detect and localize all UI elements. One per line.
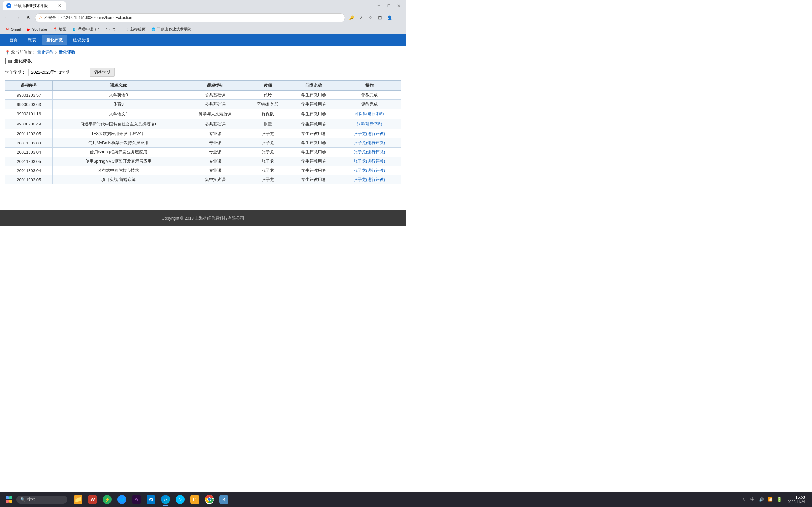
bilibili-icon: B [72,27,77,32]
table-row: 20011703.05使用SpringMVC框架开发表示层应用专业课张子龙学生评… [5,157,401,166]
splitscreen-icon[interactable]: ⊡ [375,13,385,22]
teacher-cell: 张子龙 [246,157,290,166]
teacher-cell: 张子龙 [246,166,290,175]
evaluate-link[interactable]: 张子龙(进行评教) [354,131,386,136]
address-bar[interactable]: ⚠ 不安全 | 42.247.49.151:9080/eams/homeExt.… [35,13,345,22]
action-cell[interactable]: 张子龙(进行评教) [338,157,401,166]
tab-close-button[interactable]: ✕ [57,3,62,8]
questionnaire-cell: 学生评教用卷 [290,129,338,138]
course-name-cell: 项目实战-前端众筹 [53,175,184,184]
bookmark-newtab[interactable]: ◇ 新标签页 [122,25,148,33]
close-button[interactable]: ✕ [395,1,403,10]
teacher-cell: 蒋锦雄,陈阳 [246,100,290,109]
evaluate-link[interactable]: 张子龙(进行评教) [354,177,386,182]
nav-home[interactable]: 首页 [5,35,22,45]
questionnaire-cell: 学生评教用卷 [290,100,338,109]
newtab-icon: ◇ [125,27,129,32]
bookmarks-bar: M Gmail ▶ YouTube 📍 地图 B 哔哩哔哩（＾－＾）つ... ◇… [0,24,406,34]
course-id-cell: 20011803.04 [5,166,53,175]
bookmark-school[interactable]: 🌐 平顶山职业技术学院 [149,25,194,33]
course-type-cell: 科学与人文素质课 [184,109,246,119]
course-type-cell: 公共基础课 [184,119,246,129]
table-row: 20011203.051+X大数据应用开发（JAVA）专业课张子龙学生评教用卷张… [5,129,401,138]
evaluate-link[interactable]: 张子龙(进行评教) [354,140,386,145]
page-content: 📍 您当前位置： 量化评教 > 量化评教 ▤ 量化评教 学年学期： 切换学期 课… [0,46,406,204]
refresh-button[interactable]: ↻ [24,13,33,22]
course-name-cell: 1+X大数据应用开发（JAVA） [53,129,184,138]
address-label: 不安全 [44,15,56,20]
course-type-cell: 公共基础课 [184,91,246,100]
col-header-action: 操作 [338,81,401,91]
minimize-button[interactable]: － [374,1,383,10]
bookmark-newtab-label: 新标签页 [131,26,146,32]
questionnaire-cell: 学生评教用卷 [290,109,338,119]
questionnaire-cell: 学生评教用卷 [290,175,338,184]
table-row: 99003101.16大学语文1科学与人文素质课许保队学生评教用卷许保队(进行评… [5,109,401,119]
breadcrumb-parent[interactable]: 量化评教 [37,49,54,55]
action-cell[interactable]: 张子龙(进行评教) [338,148,401,157]
action-cell: 评教完成 [338,91,401,100]
browser-titlebar: 平顶山职业技术学院 ✕ ＋ － □ ✕ [0,0,406,11]
share-icon[interactable]: ↗ [357,13,365,22]
svg-point-1 [8,5,9,6]
action-cell[interactable]: 张子龙(进行评教) [338,175,401,184]
forward-button[interactable]: → [13,13,22,22]
col-header-questionnaire: 问卷名称 [290,81,338,91]
course-id-cell: 99000200.49 [5,119,53,129]
action-cell[interactable]: 张子龙(进行评教) [338,129,401,138]
footer-text: Copyright © 2018 上海树维信息科技有限公司 [162,216,245,221]
active-tab[interactable]: 平顶山职业技术学院 ✕ [3,1,66,10]
table-row: 99001203.57大学英语3公共基础课代玲学生评教用卷评教完成 [5,91,401,100]
nav-schedule[interactable]: 课表 [23,35,41,45]
teacher-cell: 代玲 [246,91,290,100]
course-type-cell: 专业课 [184,129,246,138]
action-cell[interactable]: 许保队(进行评教) [338,109,401,119]
course-id-cell: 20011703.05 [5,157,53,166]
bookmark-youtube-label: YouTube [32,27,47,32]
bookmark-bilibili[interactable]: B 哔哩哔哩（＾－＾）つ... [69,25,121,33]
col-header-teacher: 教师 [246,81,290,91]
questionnaire-cell: 学生评教用卷 [290,157,338,166]
action-cell[interactable]: 张子龙(进行评教) [338,166,401,175]
semester-input[interactable] [28,69,87,76]
evaluate-link[interactable]: 张子龙(进行评教) [354,150,386,154]
evaluate-button[interactable]: 张童(进行评教) [355,121,385,127]
col-header-type: 课程类别 [184,81,246,91]
location-pin-icon: 📍 [5,50,10,55]
bookmark-youtube[interactable]: ▶ YouTube [24,26,49,33]
teacher-cell: 张子龙 [246,138,290,148]
browser-toolbar: ← → ↻ ⚠ 不安全 | 42.247.49.151:9080/eams/ho… [0,11,406,24]
action-cell[interactable]: 张子龙(进行评教) [338,138,401,148]
table-header-row: 课程序号 课程名称 课程类别 教师 问卷名称 操作 [5,81,401,91]
back-button[interactable]: ← [3,13,11,22]
bookmark-bilibili-label: 哔哩哔哩（＾－＾）つ... [78,26,119,32]
breadcrumb: 📍 您当前位置： 量化评教 > 量化评教 [5,49,401,55]
profile-icon[interactable]: 👤 [385,13,394,22]
breadcrumb-separator: > [55,50,57,55]
key-icon[interactable]: 🔑 [347,13,356,22]
questionnaire-cell: 学生评教用卷 [290,148,338,157]
evaluate-link[interactable]: 张子龙(进行评教) [354,159,386,164]
page-footer: Copyright © 2018 上海树维信息科技有限公司 [0,210,406,226]
action-cell[interactable]: 张童(进行评教) [338,119,401,129]
evaluate-button[interactable]: 许保队(进行评教) [353,111,386,117]
maximize-button[interactable]: □ [385,1,393,10]
security-icon: ⚠ [39,15,43,20]
evaluate-link[interactable]: 张子龙(进行评教) [354,168,386,173]
section-title: ▤ 量化评教 [5,58,401,64]
nav-evaluation[interactable]: 量化评教 [42,35,67,45]
menu-icon[interactable]: ⋮ [395,13,403,22]
course-name-cell: 体育3 [53,100,184,109]
toolbar-actions: 🔑 ↗ ☆ ⊡ 👤 ⋮ [347,13,403,22]
bookmark-school-label: 平顶山职业技术学院 [157,26,191,32]
new-tab-button[interactable]: ＋ [68,1,78,10]
course-id-cell: 99001203.57 [5,91,53,100]
switch-semester-button[interactable]: 切换学期 [90,68,114,77]
youtube-icon: ▶ [26,27,31,32]
nav-feedback[interactable]: 建议反馈 [68,35,94,45]
teacher-cell: 张子龙 [246,129,290,138]
bookmark-gmail[interactable]: M Gmail [3,26,23,33]
bookmark-icon[interactable]: ☆ [366,13,375,22]
section-title-text: 量化评教 [14,58,32,64]
bookmark-maps[interactable]: 📍 地图 [50,25,69,33]
